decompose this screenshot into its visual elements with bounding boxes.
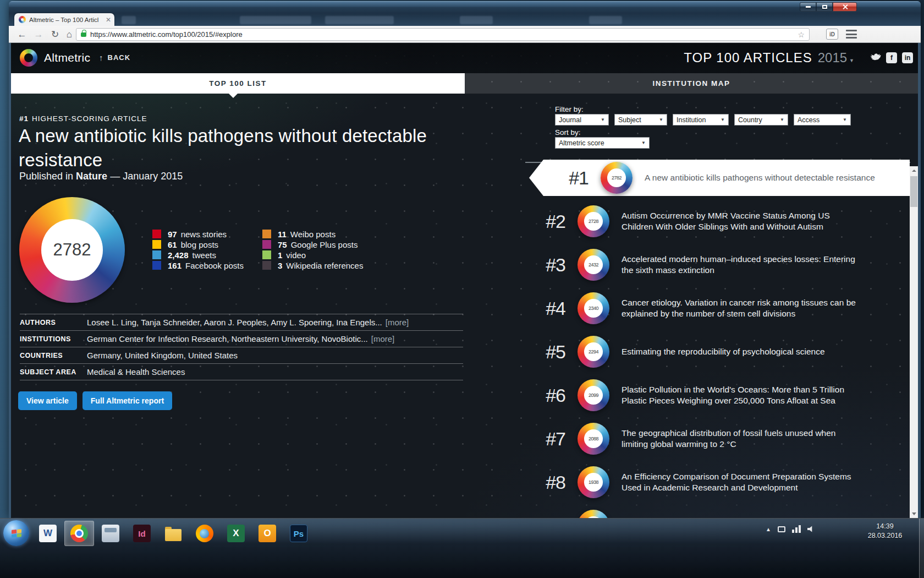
- system-tray: ▲: [766, 525, 815, 533]
- more-link[interactable]: [more]: [386, 318, 409, 327]
- forward-nav-icon[interactable]: →: [32, 28, 45, 41]
- tray-monitor-icon[interactable]: [778, 526, 785, 532]
- back-nav-icon[interactable]: ←: [15, 28, 29, 41]
- ranking-row-5[interactable]: #5 2294 Estimating the reproducibility o…: [529, 334, 910, 370]
- ranking-row-1[interactable]: #1 2782 A new antibiotic kills pathogens…: [529, 160, 910, 196]
- altmetric-badge: 2432: [578, 249, 609, 281]
- start-button[interactable]: [3, 520, 29, 546]
- tray-volume-icon[interactable]: [807, 526, 815, 533]
- bookmark-star-icon[interactable]: ☆: [798, 30, 805, 39]
- scroll-up-button[interactable]: [910, 166, 918, 175]
- taskbar-word-button[interactable]: W: [33, 521, 63, 546]
- published-line: Published in Nature — January 2015: [19, 171, 183, 182]
- stat-item: 75 Google Plus posts: [262, 240, 363, 249]
- chrome-menu-icon[interactable]: [846, 30, 857, 39]
- back-label: BACK: [108, 53, 131, 62]
- sort-select[interactable]: Altmetric score▼: [555, 137, 650, 149]
- ranking-row-6[interactable]: #6 2099 Plastic Pollution in the World's…: [529, 377, 910, 413]
- tray-network-icon[interactable]: [792, 525, 801, 533]
- year-selector[interactable]: 2015 ▼: [818, 50, 854, 66]
- ranking-row-3[interactable]: #3 2432 Accelerated modern human–induced…: [529, 247, 910, 283]
- altmetric-score: 2782: [19, 197, 125, 303]
- chevron-down-icon: ▼: [843, 117, 847, 122]
- window-titlebar[interactable]: [9, 1, 921, 13]
- taskbar-excel-button[interactable]: X: [221, 521, 251, 546]
- close-button[interactable]: [833, 2, 857, 12]
- stat-count: 75: [278, 240, 287, 249]
- altmetric-badge: [578, 510, 609, 518]
- tab-institution-map[interactable]: INSTITUTION MAP: [465, 73, 918, 94]
- tab-title: Altmetric – Top 100 Articl: [29, 17, 103, 23]
- stats-column-left: 97 news stories 61 blog posts 2,428 twee…: [152, 230, 244, 271]
- page-title: TOP 100 ARTICLES: [684, 50, 812, 66]
- facebook-icon[interactable]: f: [886, 52, 897, 63]
- stat-swatch: [152, 250, 161, 259]
- chrome-icon: [70, 525, 88, 542]
- article-title: Plastic Pollution in the World's Oceans:…: [622, 384, 862, 406]
- stat-count: 2,428: [168, 250, 189, 260]
- background-window-ghost: [589, 16, 622, 24]
- tab-top-100-list[interactable]: TOP 100 LIST: [11, 73, 465, 94]
- orcid-extension-icon[interactable]: iD: [826, 29, 838, 40]
- stat-item: 161 Facebook posts: [152, 261, 244, 270]
- tab-close-icon[interactable]: ✕: [106, 17, 111, 23]
- taskbar-folder-button[interactable]: [158, 521, 188, 546]
- page-viewport: Altmetric ↑ BACK TOP 100 ARTICLES 2015 ▼…: [11, 43, 918, 518]
- sort-by-label: Sort by:: [555, 128, 581, 137]
- stat-swatch: [152, 240, 161, 249]
- more-link[interactable]: [more]: [371, 334, 395, 343]
- tray-expand-icon[interactable]: ▲: [766, 526, 771, 532]
- folder-icon: [165, 529, 182, 541]
- meta-row-countries: COUNTRIES Germany, United Kingdom, Unite…: [20, 347, 463, 363]
- taskbar-clock[interactable]: 14:39 28.03.2016: [861, 522, 909, 541]
- ranking-row-8[interactable]: #8 1938 An Efficiency Comparison of Docu…: [529, 464, 910, 500]
- ranking-row-2[interactable]: #2 2728 Autism Occurrence by MMR Vaccine…: [529, 203, 910, 239]
- filter-subject-select[interactable]: Subject▼: [614, 114, 667, 126]
- social-links: f in: [869, 52, 913, 63]
- rank-number: #6: [537, 385, 565, 406]
- taskbar-explorer-button[interactable]: [96, 521, 125, 546]
- taskbar-indesign-button[interactable]: Id: [127, 521, 157, 546]
- scrollbar-thumb[interactable]: [910, 176, 917, 207]
- address-bar[interactable]: https://www.altmetric.com/top100/2015/#e…: [76, 28, 810, 41]
- taskbar-firefox-button[interactable]: [190, 521, 219, 546]
- stat-label: Weibo posts: [290, 230, 336, 239]
- altmetric-logo[interactable]: Altmetric: [20, 49, 90, 67]
- badge-score: 2340: [578, 292, 609, 324]
- list-scrollbar[interactable]: [910, 166, 918, 518]
- stat-item: 1 video: [262, 250, 363, 259]
- article-title: Accelerated modern human–induced species…: [622, 254, 862, 276]
- filter-institution-select[interactable]: Institution▼: [673, 114, 729, 126]
- maximize-button[interactable]: [816, 2, 833, 12]
- taskbar-photoshop-button[interactable]: Ps: [284, 521, 314, 546]
- tab-institution-map-label: INSTITUTION MAP: [653, 79, 730, 88]
- reload-icon[interactable]: ↻: [48, 28, 62, 41]
- browser-tab[interactable]: Altmetric – Top 100 Articl ✕: [14, 13, 114, 26]
- view-article-button[interactable]: View article: [18, 391, 77, 410]
- filter-country-select[interactable]: Country▼: [734, 114, 788, 126]
- ranking-row-partial[interactable]: [529, 508, 910, 518]
- ranking-row-4[interactable]: #4 2340 Cancer etiology. Variation in ca…: [529, 290, 910, 326]
- url-text[interactable]: https://www.altmetric.com/top100/2015/#e…: [90, 30, 798, 39]
- photoshop-icon: Ps: [290, 525, 307, 542]
- full-report-button[interactable]: Full Altmetric report: [82, 391, 172, 410]
- home-icon[interactable]: ⌂: [63, 28, 76, 41]
- year-value: 2015: [818, 50, 847, 66]
- article-meta-table: AUTHORS Losee L. Ling, Tanja Schneider, …: [20, 314, 463, 380]
- scroll-down-button[interactable]: [910, 510, 918, 518]
- filter-access-select[interactable]: Access▼: [794, 114, 851, 126]
- featured-eyebrow-label: HIGHEST-SCORING ARTICLE: [32, 114, 147, 123]
- minimize-button[interactable]: [800, 2, 816, 12]
- show-desktop-button[interactable]: [919, 519, 924, 578]
- linkedin-icon[interactable]: in: [902, 52, 913, 63]
- filter-journal-select[interactable]: Journal▼: [555, 114, 609, 126]
- back-button[interactable]: ↑ BACK: [99, 53, 130, 62]
- explorer-icon: [102, 525, 119, 542]
- stat-count: 161: [168, 261, 182, 270]
- twitter-icon[interactable]: [869, 53, 881, 63]
- new-tab-button[interactable]: [122, 16, 136, 24]
- taskbar-outlook-button[interactable]: O: [252, 521, 282, 546]
- ranking-row-7[interactable]: #7 2088 The geographical distribution of…: [529, 421, 910, 457]
- select-value: Country: [738, 116, 762, 124]
- taskbar-chrome-button[interactable]: [64, 521, 94, 546]
